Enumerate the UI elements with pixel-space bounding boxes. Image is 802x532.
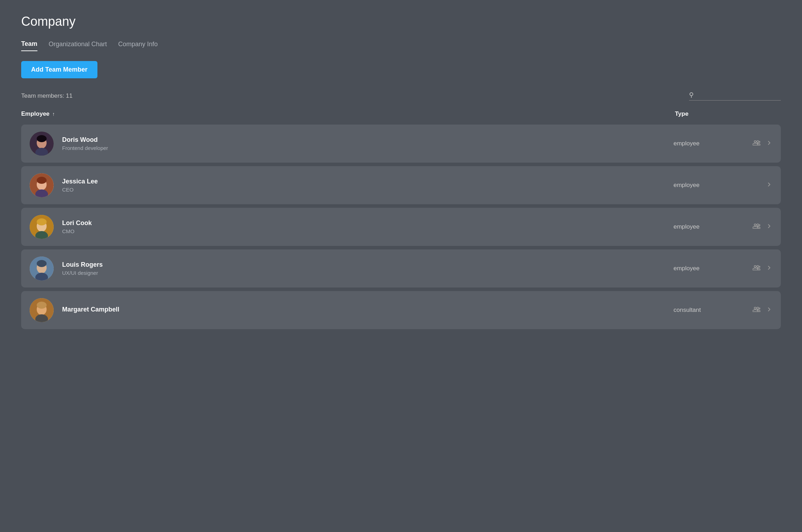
employee-role: CMO — [62, 228, 674, 234]
chevron-right-icon[interactable] — [766, 306, 772, 314]
tabs-container: Team Organizational Chart Company Info — [21, 40, 781, 51]
employee-card[interactable]: Doris Wood Frontend developer employee — [21, 125, 781, 163]
svg-point-12 — [37, 218, 47, 225]
employee-actions — [744, 222, 772, 232]
add-team-member-button[interactable]: Add Team Member — [21, 61, 97, 78]
employee-list: Doris Wood Frontend developer employee — [21, 125, 781, 329]
employee-name: Margaret Campbell — [62, 306, 674, 313]
employee-actions — [744, 306, 772, 315]
employee-type: employee — [674, 223, 744, 230]
tab-org-chart[interactable]: Organizational Chart — [49, 40, 107, 51]
employee-role: CEO — [62, 187, 674, 193]
col-type-header: Type — [675, 110, 746, 117]
employee-type: employee — [674, 265, 744, 272]
add-person-icon[interactable] — [753, 222, 760, 232]
tab-company-info[interactable]: Company Info — [118, 40, 158, 51]
employee-type: consultant — [674, 307, 744, 314]
avatar — [30, 173, 54, 197]
employee-name: Doris Wood — [62, 136, 674, 144]
employee-card[interactable]: Margaret Campbell consultant — [21, 291, 781, 329]
tab-team[interactable]: Team — [21, 40, 37, 51]
svg-point-8 — [37, 177, 47, 184]
team-count: Team members: 11 — [21, 92, 73, 99]
employee-type: employee — [674, 182, 744, 189]
search-input[interactable] — [697, 92, 768, 98]
employee-info: Margaret Campbell — [62, 306, 674, 315]
employee-name: Louis Rogers — [62, 261, 674, 268]
employee-role: UX/UI designer — [62, 270, 674, 276]
svg-point-24 — [37, 302, 47, 309]
avatar — [30, 298, 54, 322]
avatar — [30, 132, 54, 156]
sort-arrow-icon: ↑ — [52, 111, 55, 117]
employee-actions — [744, 181, 772, 189]
add-person-icon[interactable] — [753, 139, 760, 149]
employee-name: Jessica Lee — [62, 178, 674, 185]
employee-info: Louis Rogers UX/UI designer — [62, 261, 674, 276]
avatar — [30, 215, 54, 239]
employee-type: employee — [674, 140, 744, 147]
avatar — [30, 256, 54, 280]
add-person-icon[interactable] — [753, 306, 760, 315]
chevron-right-icon[interactable] — [766, 223, 772, 231]
chevron-right-icon[interactable] — [766, 265, 772, 273]
search-container: ⚲ — [689, 91, 781, 101]
employee-col-label: Employee — [21, 110, 49, 117]
svg-point-2 — [37, 135, 47, 142]
employee-info: Lori Cook CMO — [62, 219, 674, 234]
chevron-right-icon[interactable] — [766, 140, 772, 148]
employee-card[interactable]: Louis Rogers UX/UI designer employee — [21, 249, 781, 288]
add-person-icon[interactable] — [753, 264, 760, 273]
page-title: Company — [21, 14, 781, 29]
employee-card[interactable]: Jessica Lee CEO employee — [21, 166, 781, 204]
type-col-label: Type — [675, 110, 688, 117]
team-header: Team members: 11 ⚲ — [21, 91, 781, 101]
svg-point-18 — [37, 260, 47, 267]
employee-actions — [744, 139, 772, 149]
employee-role: Frontend developer — [62, 145, 674, 151]
col-employee-header[interactable]: Employee ↑ — [21, 110, 675, 117]
table-header: Employee ↑ Type — [21, 108, 781, 122]
employee-name: Lori Cook — [62, 219, 674, 227]
employee-card[interactable]: Lori Cook CMO employee — [21, 208, 781, 246]
employee-info: Jessica Lee CEO — [62, 178, 674, 193]
employee-actions — [744, 264, 772, 273]
search-icon: ⚲ — [689, 91, 694, 99]
chevron-right-icon[interactable] — [766, 181, 772, 189]
employee-info: Doris Wood Frontend developer — [62, 136, 674, 151]
